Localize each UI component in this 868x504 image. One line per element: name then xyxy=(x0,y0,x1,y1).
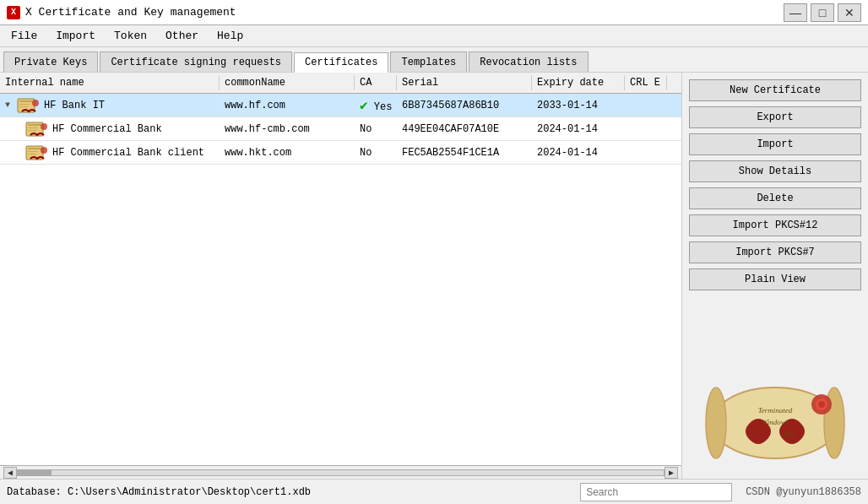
table-row[interactable]: HF Commercial Bank www.hf-cmb.com No 449… xyxy=(0,117,681,141)
import-button[interactable]: Import xyxy=(689,133,861,155)
tab-private-keys[interactable]: Private Keys xyxy=(3,51,98,72)
app-logo: Terminated Windows Tim xyxy=(699,381,851,465)
status-bar: Database: C:\Users\Administrator\Desktop… xyxy=(0,479,868,504)
status-database: Database: C:\Users\Administrator\Desktop… xyxy=(7,486,580,498)
watermark-text: CSDN @yunyun1886358 xyxy=(732,486,861,498)
svg-text:Terminated: Terminated xyxy=(758,406,793,415)
cell-serial-1: 449EE04CAF07A10E xyxy=(397,122,532,137)
cell-crl-1 xyxy=(625,127,667,131)
tab-bar: Private Keys Certificate signing request… xyxy=(0,47,868,73)
import-pkcs7-button[interactable]: Import PKCS#7 xyxy=(689,241,861,263)
svg-rect-3 xyxy=(19,106,28,107)
minimize-button[interactable]: — xyxy=(784,3,807,22)
svg-rect-12 xyxy=(28,151,38,152)
svg-point-20 xyxy=(818,401,825,408)
tab-templates[interactable]: Templates xyxy=(390,51,467,72)
menu-import[interactable]: Import xyxy=(48,27,103,45)
cell-text-internal-name-2: HF Commercial Bank client xyxy=(52,147,204,159)
svg-rect-13 xyxy=(28,154,36,154)
svg-point-9 xyxy=(41,123,47,130)
menu-file[interactable]: File xyxy=(3,27,45,45)
table-scroll-wrapper[interactable]: ▼ HF Bank IT www.hf.com xyxy=(0,94,681,465)
svg-rect-2 xyxy=(19,104,30,105)
cell-serial-0: 6B87345687A86B10 xyxy=(397,98,532,113)
table-row[interactable]: ▼ HF Bank IT www.hf.com xyxy=(0,94,681,117)
main-layout: Internal name commonName CA Serial Expir… xyxy=(0,73,868,479)
scroll-track[interactable] xyxy=(17,469,665,476)
svg-rect-1 xyxy=(19,100,33,102)
cell-internal-name-2: HF Commercial Bank client xyxy=(0,142,220,164)
cell-text-internal-name-1: HF Commercial Bank xyxy=(52,123,162,135)
cert-icon-0 xyxy=(17,96,41,115)
expand-arrow-icon[interactable]: ▼ xyxy=(5,100,10,110)
search-input[interactable] xyxy=(580,483,732,501)
svg-rect-11 xyxy=(28,148,41,149)
table-panel: Internal name commonName CA Serial Expir… xyxy=(0,73,682,479)
scroll-left-arrow[interactable]: ◀ xyxy=(3,467,17,479)
plain-view-button[interactable]: Plain View xyxy=(689,268,861,290)
svg-rect-6 xyxy=(28,124,41,126)
cell-crl-2 xyxy=(625,151,667,154)
window-controls: — □ ✕ xyxy=(784,3,861,22)
col-header-expiry: Expiry date xyxy=(532,75,625,90)
logo-area: Terminated Windows Tim xyxy=(689,374,861,472)
ca-check-icon: ✔ xyxy=(360,99,368,114)
app-icon: X xyxy=(7,6,20,19)
window-title: X Certificate and Key management xyxy=(25,6,236,19)
cell-text-internal-name-0: HF Bank IT xyxy=(44,100,105,111)
table-inner: ▼ HF Bank IT www.hf.com xyxy=(0,94,681,165)
cell-common-name-1: www.hf-cmb.com xyxy=(220,122,355,137)
new-certificate-button[interactable]: New Certificate xyxy=(689,79,861,101)
database-label: Database: xyxy=(7,486,68,498)
close-button[interactable]: ✕ xyxy=(838,3,861,22)
cell-internal-name-0: ▼ HF Bank IT xyxy=(0,95,220,117)
col-header-ca: CA xyxy=(355,75,397,90)
menu-token[interactable]: Token xyxy=(106,27,155,45)
table-header: Internal name commonName CA Serial Expir… xyxy=(0,73,681,94)
import-pkcs12-button[interactable]: Import PKCS#12 xyxy=(689,214,861,236)
col-header-serial: Serial xyxy=(397,75,532,90)
maximize-button[interactable]: □ xyxy=(811,3,834,22)
cell-ca-0: ✔ Yes xyxy=(355,95,397,116)
cell-expiry-2: 2024-01-14 xyxy=(532,145,625,160)
title-bar-left: X X Certificate and Key management xyxy=(7,6,236,19)
svg-point-16 xyxy=(706,387,726,458)
cell-expiry-0: 2033-01-14 xyxy=(532,98,625,113)
svg-point-4 xyxy=(32,100,39,106)
cell-serial-2: FEC5AB2554F1CE1A xyxy=(397,145,532,160)
cell-internal-name-1: HF Commercial Bank xyxy=(0,118,220,140)
cell-ca-2: No xyxy=(355,145,397,160)
horizontal-scrollbar[interactable]: ◀ ▶ xyxy=(0,465,681,479)
cell-crl-0 xyxy=(625,104,667,107)
svg-rect-7 xyxy=(28,127,38,128)
cell-common-name-0: www.hf.com xyxy=(220,98,355,113)
database-path: C:\Users\Administrator\Desktop\cert1.xdb xyxy=(68,486,311,498)
show-details-button[interactable]: Show Details xyxy=(689,160,861,182)
tab-revocation[interactable]: Revocation lists xyxy=(469,51,588,72)
menu-bar: File Import Token Other Help xyxy=(0,25,868,47)
col-header-common-name: commonName xyxy=(220,75,355,90)
export-button[interactable]: Export xyxy=(689,106,861,128)
delete-button[interactable]: Delete xyxy=(689,187,861,209)
scroll-thumb xyxy=(18,470,52,475)
tab-certificates[interactable]: Certificates xyxy=(294,52,388,73)
cell-expiry-1: 2024-01-14 xyxy=(532,122,625,137)
title-bar: X X Certificate and Key management — □ ✕ xyxy=(0,0,868,25)
right-panel: New Certificate Export Import Show Detai… xyxy=(682,73,868,479)
col-header-crl: CRL E xyxy=(625,75,667,90)
table-row[interactable]: HF Commercial Bank client www.hkt.com No… xyxy=(0,141,681,165)
menu-other[interactable]: Other xyxy=(158,27,206,45)
cell-ca-1: No xyxy=(355,122,397,137)
col-header-internal-name: Internal name xyxy=(0,75,220,90)
cell-common-name-2: www.hkt.com xyxy=(220,145,355,160)
svg-text:Windows: Windows xyxy=(762,418,789,426)
cert-icon-2 xyxy=(25,144,49,162)
tab-csr[interactable]: Certificate signing requests xyxy=(100,51,292,72)
svg-text:Tim: Tim xyxy=(782,430,794,438)
svg-point-14 xyxy=(41,147,47,154)
scroll-right-arrow[interactable]: ▶ xyxy=(665,467,678,479)
svg-rect-8 xyxy=(28,130,36,131)
menu-help[interactable]: Help xyxy=(209,27,251,45)
cert-icon-1 xyxy=(25,120,49,138)
